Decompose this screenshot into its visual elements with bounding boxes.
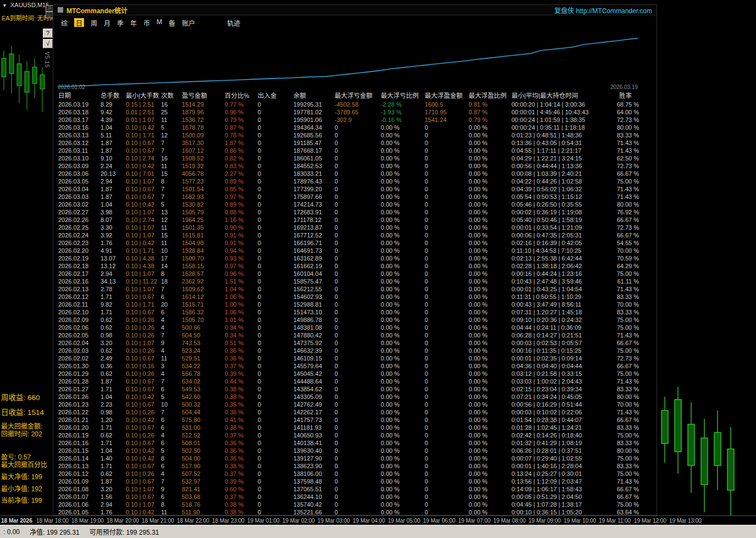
cell-max-float-profit: 0 [425, 293, 469, 301]
table-row: 2026.01.300.360.10 | 0.163534.220.37 %01… [53, 362, 657, 370]
symbol-selector[interactable]: ▼ XAUUSD,M15 [2, 2, 49, 8]
cell-total-lots: 0.62 [101, 316, 126, 324]
cell-percent: 0.91 % [225, 239, 258, 247]
menu-item-5[interactable]: 季 [117, 18, 124, 27]
cell-max-float-loss: -3789.65 [335, 108, 381, 116]
cell-max-float-loss: 0 [335, 454, 381, 462]
cell-balance: 137065.51 [293, 485, 335, 493]
cell-max-float-profit: 0 [425, 362, 469, 370]
cell-win-rate: 63.64 % [615, 508, 653, 515]
menu-item-6[interactable]: 年 [130, 18, 137, 27]
cell-total-lots: 4.39 [101, 116, 126, 124]
cell-max-float-loss: 0 [335, 370, 381, 378]
cell-balance: 135740.42 [293, 501, 335, 508]
help-button[interactable]: ? [43, 29, 53, 38]
cell-total-lots: 2.94 [101, 270, 126, 278]
table-row: 2026.02.273.980.10 | 1.07131505.790.88 %… [53, 208, 657, 216]
cell-balance: 143305.09 [293, 393, 335, 401]
cell-inout: 0 [258, 247, 293, 254]
cell-percent: 0.36 % [225, 439, 258, 447]
menu-item-4[interactable]: 月 [104, 18, 110, 27]
cell-balance: 143854.62 [293, 385, 335, 393]
cell-profit: 512.52 [182, 431, 225, 439]
cell-max-float-loss-pct: 0.00 % [381, 154, 425, 162]
cell-total-lots: 3.30 [101, 224, 126, 231]
cell-balance: 142262.17 [293, 408, 335, 416]
cell-win-rate: 80.00 % [615, 393, 653, 401]
cell-percent: 0.38 % [225, 508, 258, 515]
table-body: 2026.03.198.290.15 | 2.51161514.290.77 %… [53, 101, 657, 515]
brand-link[interactable]: 复盘侠 http://MTCommander.com [554, 5, 652, 15]
cell-max-float-profit: 0 [425, 354, 469, 362]
cell-count: 7 [161, 193, 182, 201]
cell-max-float-loss-pct: 0.00 % [381, 201, 425, 208]
table-row: 2026.03.109.100.10 | 2.74161508.520.82 %… [53, 154, 657, 162]
cell-count: 7 [161, 147, 182, 154]
cell-win-rate: 71.43 % [615, 285, 653, 293]
confirm-button[interactable]: √ [43, 39, 53, 48]
cell-max-float-profit: 0 [425, 247, 469, 254]
menu-item-9[interactable]: 备 [169, 18, 175, 27]
cell-win-rate: 70.00 % [615, 301, 653, 308]
cell-win-rate: 66.67 % [615, 231, 653, 239]
cell-count: 4 [161, 316, 182, 324]
panel-titlebar[interactable]: MTCommander统计 复盘侠 http://MTCommander.com [53, 5, 657, 15]
cell-max-float-profit-pct: 0.00 % [469, 401, 512, 408]
cell-max-float-profit: 0 [425, 478, 469, 485]
table-row: 2026.01.120.620.10 | 0.264507.520.37 %01… [53, 470, 657, 478]
menu-item-11[interactable]: 轨迹 [227, 18, 240, 27]
menu-item-10[interactable]: 账户 [182, 18, 195, 27]
cell-total-lots: 1.87 [101, 478, 126, 485]
col-header-max-float-loss: 最大浮亏金额 [335, 91, 381, 101]
cell-minmax-lots: 0.10 | 0.42 [126, 416, 161, 424]
cell-inout: 0 [258, 454, 293, 462]
cell-total-lots: 1.76 [101, 239, 126, 247]
cell-max-float-loss-pct: 0.00 % [381, 224, 425, 231]
cell-date: 2026.02.23 [58, 239, 101, 247]
minimize-button[interactable]: _ [46, 12, 53, 18]
menu-item-2[interactable]: 日 [74, 18, 84, 27]
menu-item-3[interactable]: 周 [91, 18, 97, 27]
cell-percent: 0.38 % [225, 424, 258, 431]
cell-max-float-loss: 0 [335, 431, 381, 439]
cell-inout: 0 [258, 408, 293, 416]
cell-minmax-lots: 0.10 | 0.67 [126, 139, 161, 147]
cell-holding-times: 0:00:02 | 0:36:19 | 1:19:08 [512, 208, 615, 216]
cell-max-float-profit-pct: 0.00 % [469, 339, 512, 347]
cell-max-float-profit-pct: 0.00 % [469, 431, 512, 439]
cell-inout: 0 [258, 501, 293, 508]
cell-max-float-loss-pct: 0.00 % [381, 247, 425, 254]
menu-item-1[interactable]: 综 [61, 18, 68, 27]
cell-minmax-lots: 0.10 | 0.67 [126, 424, 161, 431]
cell-minmax-lots: 0.10 | 0.42 [126, 239, 161, 247]
cell-max-float-profit-pct: 0.00 % [469, 393, 512, 401]
cell-profit: 1964.25 [182, 216, 225, 224]
cell-max-float-loss-pct: 0.00 % [381, 485, 425, 493]
cell-date: 2026.02.24 [58, 231, 101, 239]
cell-date: 2026.01.09 [58, 478, 101, 485]
cell-max-float-profit-pct: 0.00 % [469, 262, 512, 270]
terminal-window: ▼ XAUUSD,M15 EA到期时间: 无时间限制 □ _ ? √ V5.15… [0, 0, 756, 538]
cell-date: 2026.03.11 [58, 147, 101, 154]
cell-max-float-profit-pct: 0.00 % [469, 254, 512, 262]
cell-max-float-loss: 0 [335, 339, 381, 347]
menu-item-7[interactable]: 币 [143, 18, 150, 27]
cell-total-lots: 2.78 [101, 285, 126, 293]
cell-max-float-loss-pct: 0.00 % [381, 170, 425, 178]
cell-balance: 145045.42 [293, 370, 335, 378]
cell-count: 16 [161, 154, 182, 162]
cell-max-float-profit: 0 [425, 431, 469, 439]
restore-button[interactable]: □ [46, 5, 53, 12]
cell-balance: 138623.90 [293, 462, 335, 470]
cell-percent: 0.96 % [225, 108, 258, 116]
cell-count: 11 [161, 239, 182, 247]
cell-max-float-loss-pct: -2.28 % [381, 101, 425, 108]
table-row: 2026.01.190.620.10 | 0.264512.520.37 %01… [53, 431, 657, 439]
cell-percent: 1.00 % [225, 301, 258, 308]
menu-item-8[interactable]: M [157, 18, 162, 27]
cell-total-lots: 0.98 [101, 408, 126, 416]
cell-holding-times: 0:04:36 | 0:04:40 | 0:04:44 [512, 362, 615, 370]
cell-balance: 194364.34 [293, 124, 335, 131]
cell-balance: 161662.19 [293, 262, 335, 270]
cell-max-float-loss: 0 [335, 362, 381, 370]
